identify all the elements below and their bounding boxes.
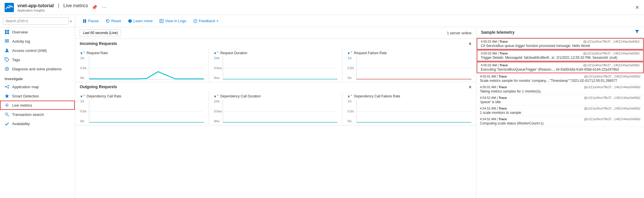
dependency-rate-filter-icon[interactable]: ▼+ xyxy=(80,94,85,99)
dependency-call-failure-canvas: 1/s0.5/s0/s xyxy=(347,100,472,123)
sidebar-item-tags[interactable]: Tags xyxy=(0,55,75,64)
pin-button[interactable]: 📌 xyxy=(90,3,99,11)
dependency-call-rate-label: ▼+ Dependency Call Rate xyxy=(80,94,204,99)
svg-rect-3 xyxy=(7,30,9,32)
telemetry-timestamp: 4:55:01 AM | Trace xyxy=(480,85,507,89)
telemetry-id: @c221a34ce7ffe37...1462144ac5e60b2 xyxy=(584,96,641,99)
telemetry-header: Sample telemetry xyxy=(476,27,644,38)
svg-point-10 xyxy=(6,59,6,59)
svg-point-14 xyxy=(8,87,9,88)
telemetry-timestamp: 4:55:01 AM | Trace xyxy=(480,75,507,78)
svg-rect-22 xyxy=(83,19,84,23)
sidebar-item-availability[interactable]: Availability xyxy=(0,119,75,128)
telemetry-item[interactable]: 4:55:02 AM | Trace @c221a34ce7ffe37...14… xyxy=(477,50,644,61)
dependency-call-failure-chart: ▼+ Dependency Call Failure Rate 1/s0.5/s… xyxy=(342,91,476,125)
sidebar-collapse-button[interactable]: « xyxy=(70,19,72,23)
logo-svg xyxy=(5,3,14,12)
time-range-button[interactable]: Last 60 seconds (Live) xyxy=(80,29,121,36)
telemetry-item[interactable]: 4:55:02 AM | Trace @c221a34ce7ffe37...14… xyxy=(477,38,644,50)
svg-line-15 xyxy=(6,86,8,87)
sidebar-item-label: Availability xyxy=(12,122,30,126)
access-control-icon xyxy=(5,48,9,53)
telemetry-item[interactable]: 4:55:01 AM | Trace @c221a34ce7ffe37...14… xyxy=(476,84,644,95)
svg-point-20 xyxy=(5,113,8,115)
svg-point-9 xyxy=(6,49,8,50)
telemetry-item[interactable]: 4:55:01 AM | Trace @c221a34ce7ffe37...14… xyxy=(476,73,644,84)
sidebar-item-label: Application map xyxy=(12,85,39,89)
sidebar-item-diagnose[interactable]: Diagnose and solve problems xyxy=(0,64,75,73)
reset-button[interactable]: Reset xyxy=(103,17,124,24)
more-options-button[interactable]: ⋯ xyxy=(101,3,108,11)
feedback-button[interactable]: Feedback ▾ xyxy=(190,17,221,24)
pause-button[interactable]: Pause xyxy=(80,17,102,24)
sidebar-item-live-metrics[interactable]: Live metrics xyxy=(0,101,75,110)
request-rate-filter-icon[interactable]: ▼+ xyxy=(80,50,85,55)
dependency-failure-filter-icon[interactable]: ▼+ xyxy=(347,94,352,99)
learn-more-button[interactable]: i Learn more xyxy=(125,17,155,24)
request-duration-label: ▼+ Request Duration xyxy=(214,50,338,55)
outgoing-requests-title: Outgoing Requests xyxy=(80,84,117,89)
telemetry-title: Sample telemetry xyxy=(481,30,515,35)
feedback-chevron-icon: ▾ xyxy=(217,19,218,22)
incoming-requests-charts: ▼+ Request Rate 1/s0.5/s0/s xyxy=(75,48,476,82)
sidebar-item-label: Diagnose and solve problems xyxy=(12,67,62,71)
request-duration-filter-icon[interactable]: ▼+ xyxy=(214,50,219,55)
live-content: Last 60 seconds (Live) 1 server online I… xyxy=(75,27,644,198)
charts-header: Last 60 seconds (Live) 1 server online xyxy=(75,27,476,39)
svg-rect-7 xyxy=(5,41,9,41)
telemetry-item[interactable]: 4:54:52 AM | Trace @c221a34ce7ffe37...14… xyxy=(476,116,644,127)
dependency-duration-filter-icon[interactable]: ▼+ xyxy=(214,94,219,99)
telemetry-timestamp: 4:55:02 AM | Trace xyxy=(481,63,508,67)
reset-icon xyxy=(106,19,110,23)
header-title-group: vnet-app-tutorial | Live metrics Applica… xyxy=(17,3,88,12)
overview-icon xyxy=(5,30,9,34)
close-button[interactable]: ✕ xyxy=(635,4,639,11)
dependency-call-duration-chart: ▼+ Dependency Call Duration 1ms0.5ms0ms xyxy=(209,91,343,125)
incoming-requests-header: Incoming Requests ∧ xyxy=(75,39,476,48)
title-divider: | xyxy=(58,3,59,9)
request-failure-filter-icon[interactable]: ▼+ xyxy=(347,50,352,55)
smart-detection-icon xyxy=(5,94,9,98)
incoming-requests-collapse[interactable]: ∧ xyxy=(469,41,472,46)
telemetry-timestamp: 4:55:02 AM | Trace xyxy=(481,40,508,43)
sidebar-item-overview[interactable]: Overview xyxy=(0,27,75,37)
svg-rect-2 xyxy=(5,30,7,32)
sidebar-item-activity-log[interactable]: Activity log xyxy=(0,37,75,46)
application-map-icon xyxy=(5,84,9,89)
header-app-name: vnet-app-tutorial | Live metrics xyxy=(17,3,88,9)
telemetry-item[interactable]: 4:55:02 AM | Trace @c221a34ce7ffe37...14… xyxy=(477,62,644,73)
live-metrics-icon xyxy=(5,103,9,108)
request-rate-chart: ▼+ Request Rate 1/s0.5/s0/s xyxy=(75,48,209,82)
incoming-requests-section: Incoming Requests ∧ ▼+ Request Rate xyxy=(75,39,476,82)
incoming-requests-title: Incoming Requests xyxy=(80,41,117,46)
sidebar-item-access-control[interactable]: Access control (IAM) xyxy=(0,46,75,55)
telemetry-item[interactable]: 4:54:52 AM | Trace @c221a34ce7ffe37...14… xyxy=(476,95,644,105)
request-failure-rate-label: ▼+ Request Failure Rate xyxy=(347,50,472,55)
sidebar-item-label: Tags xyxy=(12,58,20,62)
telemetry-message: C# ServiceBus queue trigger function pro… xyxy=(481,44,640,48)
telemetry-id: @c221a34ce7ffe37...1462144ac5e60b2 xyxy=(584,117,641,121)
sidebar-item-application-map[interactable]: Application map xyxy=(0,82,75,91)
sidebar-item-transaction-search[interactable]: Transaction search xyxy=(0,110,75,119)
telemetry-id: @c221a34ce7ffe37...1462144ac5e60b2 xyxy=(584,107,641,110)
transaction-search-icon xyxy=(5,112,9,117)
telemetry-filter-icon[interactable] xyxy=(635,29,639,35)
investigate-section-label: Investigate xyxy=(0,73,75,82)
request-rate-label: ▼+ Request Rate xyxy=(80,50,204,55)
sidebar-item-smart-detection[interactable]: Smart Detection xyxy=(0,91,75,101)
search-input[interactable] xyxy=(3,17,68,25)
outgoing-requests-charts: ▼+ Dependency Call Rate 1/s0.5/s0/s xyxy=(75,91,476,125)
telemetry-timestamp: 4:54:52 AM | Trace xyxy=(480,107,507,110)
telemetry-id: @c221a34ce7ffe37...1462144ac5e60b2 xyxy=(584,75,641,78)
telemetry-message: Taking metrics samples for 1 monitor(s). xyxy=(480,89,641,93)
dependency-call-duration-label: ▼+ Dependency Call Duration xyxy=(214,94,338,99)
outgoing-requests-collapse[interactable]: ∧ xyxy=(469,84,472,89)
telemetry-id: @c221a34ce7ffe37...1462144ac5e60b2 xyxy=(583,40,640,43)
telemetry-message: Trigger Details: MessageId: fab3ea69cd9e… xyxy=(481,56,640,60)
app-logo xyxy=(5,3,14,12)
telemetry-message: Scale metrics sample for monitor 'compan… xyxy=(480,79,641,83)
telemetry-item[interactable]: 4:54:52 AM | Trace @c221a34ce7ffe37...14… xyxy=(476,105,644,116)
view-in-logs-button[interactable]: View in Logs xyxy=(157,17,189,24)
dependency-call-failure-label: ▼+ Dependency Call Failure Rate xyxy=(347,94,472,99)
sidebar-item-label: Activity log xyxy=(12,39,30,44)
